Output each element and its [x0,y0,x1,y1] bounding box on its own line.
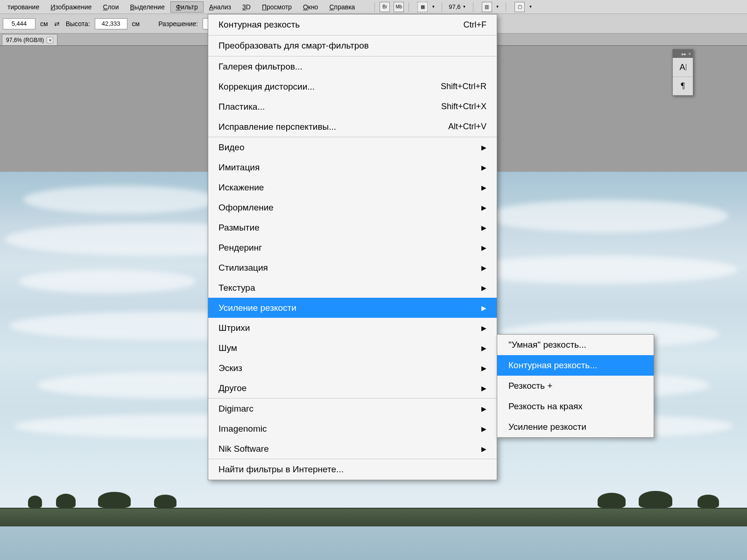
chevron-right-icon: ▶ [481,224,486,231]
menu-item-last-filter[interactable]: Контурная резкость Ctrl+F [208,14,497,35]
minibridge-icon[interactable]: Mb [394,2,404,12]
menu-item-convert-smart[interactable]: Преобразовать для смарт-фильтров [208,35,497,56]
menu-item-nik-software[interactable]: Nik Software▶ [208,439,497,459]
menu-item-blur[interactable]: Размытие▶ [208,217,497,238]
chevron-right-icon: ▶ [481,364,486,372]
menu-item-liquify[interactable]: Пластика...Shift+Ctrl+X [208,97,497,117]
document-tab-title: 97,6% (RGB/8) [6,37,44,43]
menu-3d[interactable]: 3D [237,1,256,13]
menu-item-pixelate[interactable]: Оформление▶ [208,197,497,217]
chevron-right-icon: ▶ [481,184,486,191]
document-tab[interactable]: 97,6% (RGB/8) × [2,34,57,45]
menu-help[interactable]: Справка [324,1,360,13]
menu-filter[interactable]: Фильтр [170,1,204,13]
menu-item-texture[interactable]: Текстура▶ [208,278,497,298]
filter-dropdown-menu: Контурная резкость Ctrl+F Преобразовать … [208,14,497,480]
menu-item-digimarc[interactable]: Digimarc▶ [208,399,497,419]
screenfit-dropdown[interactable]: ▢▼ [513,2,532,12]
menu-image[interactable]: Изображение [45,1,97,13]
menu-item-filter-gallery[interactable]: Галерея фильтров... [208,56,497,77]
menu-window[interactable]: Окно [297,1,324,13]
menu-item-stylize[interactable]: Стилизация▶ [208,258,497,278]
menu-view[interactable]: Просмотр [256,1,297,13]
character-panel-icon[interactable]: A [673,58,693,77]
menu-item-other[interactable]: Другое▶ [208,378,497,398]
panel-header[interactable]: ▸▸ × [673,49,693,58]
height-unit: см [132,20,140,28]
chevron-right-icon: ▶ [481,164,486,171]
submenu-sharpen-more[interactable]: Резкость + [497,376,654,396]
arrange-icon: ▥ [482,2,492,12]
menu-item-vanishing-point[interactable]: Исправление перспективы...Alt+Ctrl+V [208,117,497,137]
menu-item-lens-correction[interactable]: Коррекция дисторсии...Shift+Ctrl+R [208,77,497,97]
resolution-label: Разрешение: [158,20,198,28]
chevron-right-icon: ▶ [481,445,486,453]
paragraph-panel-icon[interactable]: ¶ [673,77,693,95]
menu-item-sketch[interactable]: Эскиз▶ [208,358,497,378]
width-unit: см [40,20,48,28]
menu-item-artistic[interactable]: Имитация▶ [208,157,497,177]
zoom-dropdown[interactable]: 97,6▼ [449,3,466,10]
chevron-right-icon: ▶ [481,304,486,312]
menu-item-distort[interactable]: Искажение▶ [208,177,497,197]
chevron-right-icon: ▶ [481,264,486,272]
submenu-unsharp-mask[interactable]: Контурная резкость... [497,355,654,376]
chevron-right-icon: ▶ [481,324,486,332]
collapse-icon[interactable]: ▸▸ [682,51,686,56]
film-icon: ▦ [417,2,428,12]
menu-item-noise[interactable]: Шум▶ [208,338,497,358]
submenu-sharpen[interactable]: Усиление резкости [497,417,654,437]
arrange-dropdown[interactable]: ▥▼ [480,2,500,12]
submenu-smart-sharpen[interactable]: "Умная" резкость... [497,335,654,355]
menu-analysis[interactable]: Анализ [204,1,237,13]
height-label: Высота: [66,20,90,28]
sharpen-submenu: "Умная" резкость... Контурная резкость..… [497,334,654,438]
menu-item-imagenomic[interactable]: Imagenomic▶ [208,419,497,439]
width-input[interactable] [3,18,35,29]
main-menubar: тирование Изображение Слои Выделение Фил… [0,0,747,14]
height-input[interactable] [95,18,127,29]
menu-item-render[interactable]: Рендеринг▶ [208,238,497,258]
bridge-icon[interactable]: Br [380,2,390,12]
close-icon[interactable]: × [47,37,53,43]
screen-mode-dropdown[interactable]: ▦▼ [416,2,435,12]
chevron-right-icon: ▶ [481,344,486,352]
close-panel-icon[interactable]: × [688,51,691,56]
chevron-right-icon: ▶ [481,405,486,413]
menu-item-brush-strokes[interactable]: Штрихи▶ [208,318,497,338]
chevron-right-icon: ▶ [481,144,486,151]
menu-item-video[interactable]: Видео▶ [208,137,497,157]
submenu-sharpen-edges[interactable]: Резкость на краях [497,396,654,417]
swap-dimensions-icon[interactable]: ⇄ [53,20,61,28]
screenfit-icon: ▢ [514,2,525,12]
chevron-right-icon: ▶ [481,204,486,211]
menu-select[interactable]: Выделение [124,1,170,13]
menu-layers[interactable]: Слои [97,1,124,13]
menu-item-sharpen[interactable]: Усиление резкости▶ [208,298,497,318]
chevron-right-icon: ▶ [481,425,486,433]
chevron-right-icon: ▶ [481,244,486,252]
menu-edit-partial[interactable]: тирование [2,1,45,13]
chevron-right-icon: ▶ [481,284,486,292]
character-panel-collapsed[interactable]: ▸▸ × A ¶ [672,49,693,96]
menu-item-find-filters-online[interactable]: Найти фильтры в Интернете... [208,459,497,480]
chevron-right-icon: ▶ [481,385,486,392]
